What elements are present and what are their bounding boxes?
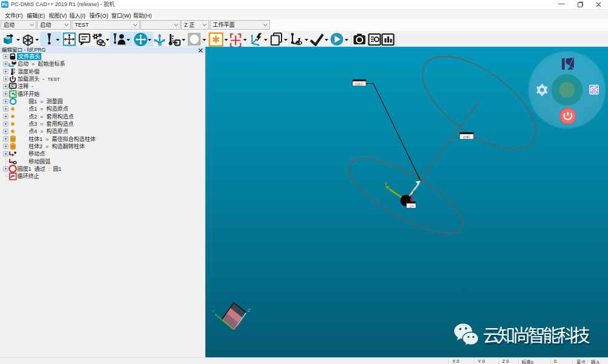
svg-text:Y: Y <box>212 309 215 314</box>
svg-text:X: X <box>240 320 244 325</box>
svg-text:Y: Y <box>384 181 388 187</box>
svg-text:X: X <box>413 190 416 195</box>
svg-text:柱体2: 柱体2 <box>463 135 471 139</box>
svg-text:Z: Z <box>247 307 250 313</box>
svg-text:回转17: 回转17 <box>355 82 364 86</box>
